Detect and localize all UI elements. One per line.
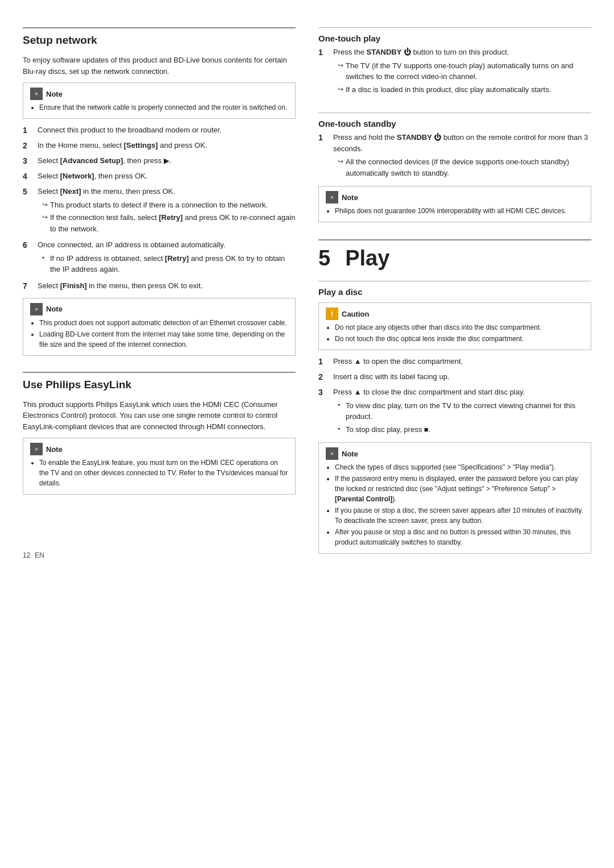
setup-step-1: 1 Connect this product to the broadband … bbox=[23, 124, 296, 136]
note2-list: This product does not support automatic … bbox=[30, 318, 288, 350]
setup-step-4: 4 Select [Network], then press OK. bbox=[23, 171, 296, 182]
setup-network-note1: ≡ Note Ensure that the network cable is … bbox=[23, 82, 296, 119]
step3-num: 3 bbox=[23, 155, 34, 167]
otp-sub-1: The TV (if the TV supports one-touch pla… bbox=[338, 60, 591, 82]
pd-note-header: ≡ Note bbox=[326, 447, 584, 460]
note2-label: Note bbox=[46, 305, 63, 313]
note2-item-2: Loading BD-Live content from the interne… bbox=[39, 329, 288, 350]
step1-text: Connect this product to the broadband mo… bbox=[38, 124, 296, 136]
note1-header: ≡ Note bbox=[30, 88, 288, 100]
play-disc-note: ≡ Note Check the types of discs supporte… bbox=[318, 442, 591, 554]
ots-note-item-1: Philips does not guarantee 100% interope… bbox=[335, 206, 584, 216]
pd-step-2: 2 Insert a disc with its label facing up… bbox=[318, 371, 591, 383]
ots-note-icon: ≡ bbox=[326, 191, 338, 203]
caution-label: Caution bbox=[342, 310, 369, 318]
pd-note-icon: ≡ bbox=[326, 447, 338, 460]
play-disc-caution: ! Caution Do not place any objects other… bbox=[318, 302, 591, 350]
pd-step-3: 3 Press ▲ to close the disc compartment … bbox=[318, 387, 591, 437]
easylink-note-label: Note bbox=[46, 445, 63, 454]
pd-note-item-2: If the password entry menu is displayed,… bbox=[335, 474, 584, 504]
caution-item-2: Do not touch the disc optical lens insid… bbox=[335, 334, 584, 344]
play-disc-steps: 1 Press ▲ to open the disc compartment. … bbox=[318, 356, 591, 437]
otp-step1-text: Press the STANDBY ⏻ button to turn on th… bbox=[333, 47, 591, 97]
pd-step-1: 1 Press ▲ to open the disc compartment. bbox=[318, 356, 591, 368]
pd-step3-num: 3 bbox=[318, 387, 330, 437]
step1-num: 1 bbox=[23, 124, 34, 136]
step6-text: Once connected, an IP address is obtaine… bbox=[38, 239, 296, 277]
otp-step1-num: 1 bbox=[318, 47, 330, 97]
page-lang: EN bbox=[35, 551, 44, 559]
otp-step-1: 1 Press the STANDBY ⏻ button to turn on … bbox=[318, 47, 591, 97]
step7-num: 7 bbox=[23, 280, 34, 292]
ots-note: ≡ Note Philips does not guarantee 100% i… bbox=[318, 186, 591, 222]
step5-num: 5 bbox=[23, 186, 34, 236]
page-footer: 12 EN bbox=[23, 551, 296, 559]
ots-step1-sub: All the connected devices (if the device… bbox=[333, 156, 591, 178]
setup-step-7: 7 Select [Finish] in the menu, then pres… bbox=[23, 280, 296, 292]
easylink-note-item-1: To enable the EasyLink feature, you must… bbox=[39, 458, 288, 488]
one-touch-standby-title: One-touch standby bbox=[318, 113, 591, 128]
note2-item-1: This product does not support automatic … bbox=[39, 318, 288, 328]
ots-step1-text: Press and hold the STANDBY ⏻ button on t… bbox=[333, 132, 591, 180]
otp-sub-2: If a disc is loaded in this product, dis… bbox=[338, 84, 591, 95]
pd-note-label: Note bbox=[342, 450, 358, 458]
one-touch-play-steps: 1 Press the STANDBY ⏻ button to turn on … bbox=[318, 47, 591, 97]
pd-note-item-4: After you pause or stop a disc and no bu… bbox=[335, 527, 584, 547]
play-section-title-row: 5 Play bbox=[318, 246, 591, 271]
pd-step1-text: Press ▲ to open the disc compartment. bbox=[333, 356, 591, 368]
pd-note-item-1: Check the types of discs supported (see … bbox=[335, 462, 584, 472]
one-touch-standby-steps: 1 Press and hold the STANDBY ⏻ button on… bbox=[318, 132, 591, 180]
play-disc-section: Play a disc ! Caution Do not place any o… bbox=[318, 281, 591, 559]
one-touch-play-section: One-touch play 1 Press the STANDBY ⏻ but… bbox=[318, 27, 591, 102]
ots-note-list: Philips does not guarantee 100% interope… bbox=[326, 206, 584, 216]
one-touch-standby-section: One-touch standby 1 Press and hold the S… bbox=[318, 113, 591, 228]
easylink-note: ≡ Note To enable the EasyLink feature, y… bbox=[23, 438, 296, 495]
caution-icon: ! bbox=[326, 308, 338, 320]
step4-num: 4 bbox=[23, 171, 34, 182]
pd-step3-text: Press ▲ to close the disc compartment an… bbox=[333, 387, 591, 437]
step6-num: 6 bbox=[23, 239, 34, 277]
step2-num: 2 bbox=[23, 140, 34, 152]
left-column: Setup network To enjoy software updates … bbox=[23, 17, 296, 559]
play-disc-title: Play a disc bbox=[318, 281, 591, 297]
note1-label: Note bbox=[46, 90, 63, 98]
ots-note-header: ≡ Note bbox=[326, 191, 584, 203]
caution-list: Do not place any objects other than disc… bbox=[326, 322, 584, 344]
pd-note-item-3: If you pause or stop a disc, the screen … bbox=[335, 505, 584, 526]
setup-network-intro: To enjoy software updates of this produc… bbox=[23, 55, 296, 77]
setup-network-title: Setup network bbox=[23, 27, 296, 50]
pd-sub-2: To stop disc play, press ■. bbox=[338, 424, 591, 435]
otp-step1-sub: The TV (if the TV supports one-touch pla… bbox=[333, 60, 591, 95]
easylink-note-icon: ≡ bbox=[30, 443, 43, 455]
setup-steps-list: 1 Connect this product to the broadband … bbox=[23, 124, 296, 292]
easylink-title: Use Philips EasyLink bbox=[23, 372, 296, 394]
note1-list: Ensure that the network cable is properl… bbox=[30, 102, 288, 113]
step5-sub: This product starts to detect if there i… bbox=[38, 200, 296, 235]
step7-text: Select [Finish] in the menu, then press … bbox=[38, 280, 296, 292]
pd-note-list: Check the types of discs supported (see … bbox=[326, 462, 584, 547]
pd-step1-num: 1 bbox=[318, 356, 330, 368]
ots-note-label: Note bbox=[342, 193, 358, 202]
ots-sub-1: All the connected devices (if the device… bbox=[338, 156, 591, 178]
ots-step1-num: 1 bbox=[318, 132, 330, 180]
step6-sub-1: If no IP address is obtained, select [Re… bbox=[42, 253, 296, 275]
step3-text: Select [Advanced Setup], then press ▶. bbox=[38, 155, 296, 167]
play-section-big-title: Play bbox=[345, 246, 389, 271]
step4-text: Select [Network], then press OK. bbox=[38, 171, 296, 182]
step5-sub-2: If the connection test fails, select [Re… bbox=[42, 212, 296, 234]
note2-header: ≡ Note bbox=[30, 303, 288, 315]
pd-step2-text: Insert a disc with its label facing up. bbox=[333, 371, 591, 383]
one-touch-play-title: One-touch play bbox=[318, 27, 591, 43]
setup-step-2: 2 In the Home menu, select [Settings] an… bbox=[23, 140, 296, 152]
easylink-intro: This product supports Philips EasyLink w… bbox=[23, 399, 296, 433]
note1-icon: ≡ bbox=[30, 88, 43, 100]
setup-network-section: Setup network To enjoy software updates … bbox=[23, 27, 296, 362]
note1-item-1: Ensure that the network cable is properl… bbox=[39, 102, 288, 113]
caution-item-1: Do not place any objects other than disc… bbox=[335, 322, 584, 333]
step5-text: Select [Next] in the menu, then press OK… bbox=[38, 186, 296, 236]
step6-sub: If no IP address is obtained, select [Re… bbox=[38, 253, 296, 275]
pd-step3-sub: To view disc play, turn on the TV to the… bbox=[333, 400, 591, 435]
pd-step2-num: 2 bbox=[318, 371, 330, 383]
setup-step-3: 3 Select [Advanced Setup], then press ▶. bbox=[23, 155, 296, 167]
pd-sub-1: To view disc play, turn on the TV to the… bbox=[338, 400, 591, 422]
